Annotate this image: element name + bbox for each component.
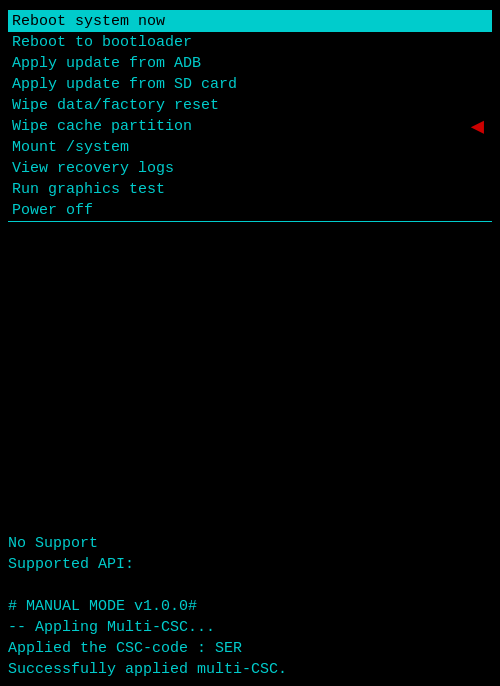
menu-item-label-4: Wipe data/factory reset bbox=[12, 97, 219, 114]
menu-item-8[interactable]: Run graphics test bbox=[8, 179, 492, 200]
menu-item-label-1: Reboot to bootloader bbox=[12, 34, 192, 51]
menu-item-1[interactable]: Reboot to bootloader bbox=[8, 32, 492, 53]
menu-item-label-9: Power off bbox=[12, 202, 93, 219]
menu-item-3[interactable]: Apply update from SD card bbox=[8, 74, 492, 95]
menu-item-label-2: Apply update from ADB bbox=[12, 55, 201, 72]
log-line-2 bbox=[8, 575, 492, 596]
menu-item-4[interactable]: Wipe data/factory reset bbox=[8, 95, 492, 116]
menu-item-label-8: Run graphics test bbox=[12, 181, 165, 198]
menu-item-label-6: Mount /system bbox=[12, 139, 129, 156]
menu-container: Reboot system nowReboot to bootloaderApp… bbox=[8, 10, 492, 222]
recovery-screen: Reboot system nowReboot to bootloaderApp… bbox=[0, 0, 500, 686]
log-line-5: Applied the CSC-code : SER bbox=[8, 638, 492, 659]
menu-item-6[interactable]: Mount /system bbox=[8, 137, 492, 158]
menu-item-label-3: Apply update from SD card bbox=[12, 76, 237, 93]
log-line-1: Supported API: bbox=[8, 554, 492, 575]
menu-item-2[interactable]: Apply update from ADB bbox=[8, 53, 492, 74]
arrow-icon: ◀ bbox=[471, 113, 484, 140]
menu-item-label-0: Reboot system now bbox=[12, 13, 165, 30]
menu-item-label-5: Wipe cache partition bbox=[12, 118, 192, 135]
menu-item-label-7: View recovery logs bbox=[12, 160, 174, 177]
log-line-0: No Support bbox=[8, 533, 492, 554]
log-line-4: -- Appling Multi-CSC... bbox=[8, 617, 492, 638]
log-line-3: # MANUAL MODE v1.0.0# bbox=[8, 596, 492, 617]
menu-item-5[interactable]: Wipe cache partition◀ bbox=[8, 116, 492, 137]
red-arrow-icon: ◀ bbox=[471, 113, 484, 140]
menu-item-7[interactable]: View recovery logs bbox=[8, 158, 492, 179]
menu-item-0[interactable]: Reboot system now bbox=[8, 11, 492, 32]
log-section: No SupportSupported API: # MANUAL MODE v… bbox=[8, 533, 492, 680]
log-line-6: Successfully applied multi-CSC. bbox=[8, 659, 492, 680]
menu-item-9[interactable]: Power off bbox=[8, 200, 492, 221]
